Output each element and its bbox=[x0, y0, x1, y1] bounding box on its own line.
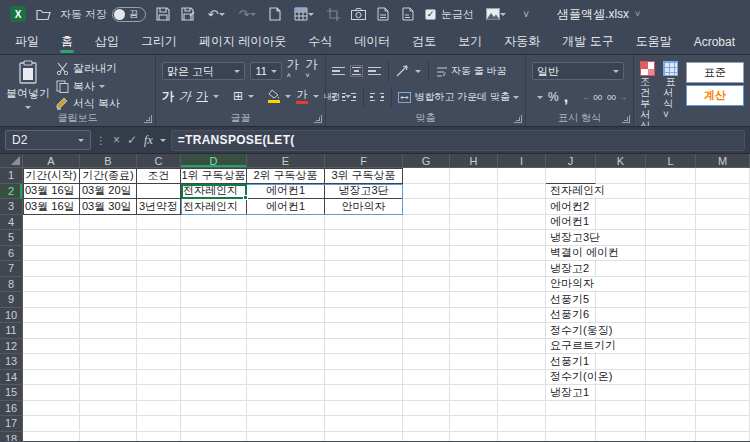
cell-C10[interactable] bbox=[137, 308, 181, 324]
cell-A16[interactable] bbox=[23, 401, 80, 417]
cell-H10[interactable] bbox=[450, 308, 498, 324]
crop-icon[interactable] bbox=[325, 6, 341, 22]
underline-button[interactable]: 가 bbox=[196, 90, 208, 102]
save-icon[interactable] bbox=[155, 6, 171, 22]
cell-F18[interactable] bbox=[325, 432, 403, 442]
cell-B15[interactable] bbox=[80, 385, 137, 401]
column-header-F[interactable]: F bbox=[325, 154, 403, 168]
cell-C17[interactable] bbox=[137, 416, 181, 432]
cell-D14[interactable] bbox=[181, 370, 247, 386]
row-header-10[interactable]: 10 bbox=[0, 308, 23, 324]
cell-A5[interactable] bbox=[23, 230, 80, 246]
cell-H5[interactable] bbox=[450, 230, 498, 246]
cell-E16[interactable] bbox=[247, 401, 325, 417]
column-header-A[interactable]: A bbox=[23, 154, 80, 168]
cell-I2[interactable] bbox=[498, 184, 546, 200]
workbook-title[interactable]: 샘플액셀.xlsx ˅ bbox=[557, 6, 640, 23]
cell-J15[interactable]: 냉장고1 bbox=[546, 385, 596, 401]
cell-I7[interactable] bbox=[498, 261, 546, 277]
font-color-button[interactable]: 가 bbox=[296, 88, 308, 104]
cell-B10[interactable] bbox=[80, 308, 137, 324]
cell-H11[interactable] bbox=[450, 323, 498, 339]
cell-L1[interactable] bbox=[646, 168, 696, 184]
row-header-1[interactable]: 1 bbox=[0, 168, 23, 184]
cell-G15[interactable] bbox=[403, 385, 450, 401]
cell-E2[interactable]: 에어컨1 bbox=[247, 184, 325, 200]
cell-F16[interactable] bbox=[325, 401, 403, 417]
column-header-E[interactable]: E bbox=[247, 154, 325, 168]
cell-M5[interactable] bbox=[696, 230, 750, 246]
cell-L17[interactable] bbox=[646, 416, 696, 432]
cell-E8[interactable] bbox=[247, 277, 325, 293]
align-right-icon[interactable] bbox=[351, 93, 356, 102]
cell-F10[interactable] bbox=[325, 308, 403, 324]
merge-center-button[interactable]: 병합하고 가운데 맞춤 bbox=[398, 90, 519, 104]
cell-D6[interactable] bbox=[181, 246, 247, 262]
autosave-pill[interactable]: 끔 bbox=[112, 7, 146, 22]
cell-A17[interactable] bbox=[23, 416, 80, 432]
cell-D8[interactable] bbox=[181, 277, 247, 293]
cell-L15[interactable] bbox=[646, 385, 696, 401]
cell-J7[interactable]: 냉장고2 bbox=[546, 261, 596, 277]
cell-L12[interactable] bbox=[646, 339, 696, 355]
cell-H14[interactable] bbox=[450, 370, 498, 386]
cell-D17[interactable] bbox=[181, 416, 247, 432]
cell-C6[interactable] bbox=[137, 246, 181, 262]
cell-B8[interactable] bbox=[80, 277, 137, 293]
cell-L3[interactable] bbox=[646, 199, 696, 215]
fill-color-button[interactable] bbox=[268, 89, 280, 103]
cell-E1[interactable]: 2위 구독상품 bbox=[247, 168, 325, 184]
tab-수식[interactable]: 수식 bbox=[297, 28, 343, 54]
cell-F8[interactable] bbox=[325, 277, 403, 293]
cell-J3[interactable]: 에어컨2 bbox=[546, 199, 596, 215]
cell-G18[interactable] bbox=[403, 432, 450, 442]
decrease-indent-icon[interactable] bbox=[370, 93, 375, 102]
column-header-J[interactable]: J bbox=[546, 154, 596, 168]
cell-L14[interactable] bbox=[646, 370, 696, 386]
cell-M6[interactable] bbox=[696, 246, 750, 262]
number-format-combobox[interactable]: 일반 bbox=[532, 62, 624, 80]
column-header-H[interactable]: H bbox=[450, 154, 498, 168]
cell-D7[interactable] bbox=[181, 261, 247, 277]
cell-H2[interactable] bbox=[450, 184, 498, 200]
export-document-icon[interactable] bbox=[375, 6, 391, 22]
cell-J5[interactable]: 냉장고3단 bbox=[546, 230, 596, 246]
cell-B4[interactable] bbox=[80, 215, 137, 231]
cell-L6[interactable] bbox=[646, 246, 696, 262]
cell-G5[interactable] bbox=[403, 230, 450, 246]
cell-B12[interactable] bbox=[80, 339, 137, 355]
cell-D9[interactable] bbox=[181, 292, 247, 308]
cell-F2[interactable]: 냉장고3단 bbox=[325, 184, 403, 200]
borders-button[interactable]: ⊞ bbox=[233, 90, 243, 102]
format-as-table-button[interactable]: 표 서식 ˅ bbox=[663, 61, 678, 120]
cell-L11[interactable] bbox=[646, 323, 696, 339]
align-top-icon[interactable] bbox=[332, 67, 345, 76]
cell-E10[interactable] bbox=[247, 308, 325, 324]
cell-C14[interactable] bbox=[137, 370, 181, 386]
column-header-L[interactable]: L bbox=[646, 154, 696, 168]
cell-I5[interactable] bbox=[498, 230, 546, 246]
cell-L4[interactable] bbox=[646, 215, 696, 231]
cell-M7[interactable] bbox=[696, 261, 750, 277]
font-size-combobox[interactable]: 11 bbox=[250, 62, 281, 80]
cell-J16[interactable] bbox=[546, 401, 596, 417]
cell-C11[interactable] bbox=[137, 323, 181, 339]
row-header-3[interactable]: 3 bbox=[0, 199, 23, 215]
cell-B13[interactable] bbox=[80, 354, 137, 370]
column-header-I[interactable]: I bbox=[498, 154, 546, 168]
cell-E17[interactable] bbox=[247, 416, 325, 432]
cell-style-normal[interactable]: 표준 bbox=[686, 62, 744, 83]
cell-C12[interactable] bbox=[137, 339, 181, 355]
cell-C2[interactable] bbox=[137, 184, 181, 200]
font-name-combobox[interactable]: 맑은 고딕 bbox=[162, 62, 245, 80]
cell-M18[interactable] bbox=[696, 432, 750, 442]
tab-개발 도구[interactable]: 개발 도구 bbox=[551, 28, 624, 54]
font-dialog-launcher[interactable] bbox=[314, 115, 322, 123]
cell-F15[interactable] bbox=[325, 385, 403, 401]
cell-F17[interactable] bbox=[325, 416, 403, 432]
cell-K5[interactable] bbox=[596, 230, 646, 246]
cell-A15[interactable] bbox=[23, 385, 80, 401]
cell-I18[interactable] bbox=[498, 432, 546, 442]
row-header-7[interactable]: 7 bbox=[0, 261, 23, 277]
cell-K9[interactable] bbox=[596, 292, 646, 308]
